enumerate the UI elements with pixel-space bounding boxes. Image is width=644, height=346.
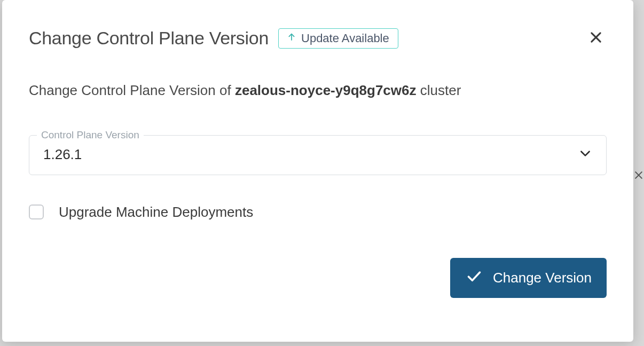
- upgrade-deployments-checkbox[interactable]: Upgrade Machine Deployments: [29, 204, 607, 221]
- modal-header: Change Control Plane Version Update Avai…: [29, 27, 607, 50]
- change-version-modal: Change Control Plane Version Update Avai…: [2, 0, 633, 342]
- close-icon: [588, 38, 603, 46]
- checkbox-label: Upgrade Machine Deployments: [59, 204, 253, 221]
- version-select[interactable]: 1.26.1: [29, 136, 606, 175]
- modal-description: Change Control Plane Version of zealous-…: [29, 82, 607, 100]
- update-available-badge: Update Available: [278, 28, 398, 49]
- control-plane-version-field: Control Plane Version 1.26.1: [29, 135, 607, 175]
- checkbox-box: [29, 205, 44, 219]
- modal-footer: Change Version: [29, 258, 607, 298]
- arrow-up-icon: [287, 32, 296, 45]
- change-version-button[interactable]: Change Version: [450, 258, 607, 298]
- check-icon: [465, 269, 483, 287]
- description-prefix: Change Control Plane Version of: [29, 82, 235, 98]
- cluster-name: zealous-noyce-y9q8g7cw6z: [235, 82, 417, 98]
- description-suffix: cluster: [417, 82, 461, 98]
- modal-title: Change Control Plane Version: [29, 28, 269, 49]
- badge-label: Update Available: [301, 32, 389, 45]
- close-button[interactable]: [585, 27, 607, 50]
- version-value: 1.26.1: [43, 146, 82, 163]
- chevron-down-icon: [578, 146, 592, 162]
- field-label: Control Plane Version: [37, 129, 144, 141]
- primary-button-label: Change Version: [493, 270, 592, 286]
- backdrop-close-icon: [633, 170, 644, 183]
